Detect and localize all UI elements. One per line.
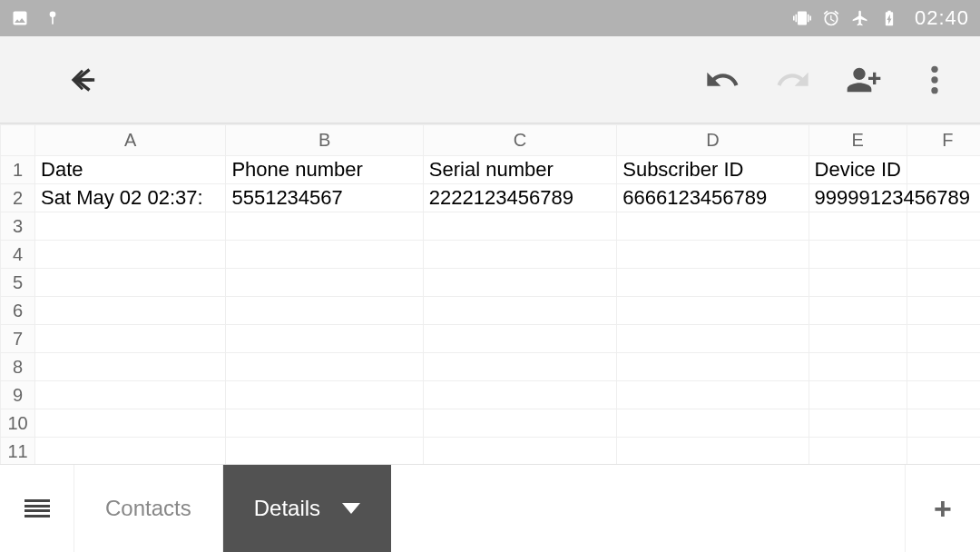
col-header-d[interactable]: D bbox=[617, 125, 808, 156]
svg-point-3 bbox=[931, 76, 937, 83]
cell[interactable] bbox=[35, 297, 226, 325]
col-header-f[interactable]: F bbox=[906, 125, 980, 156]
tab-details[interactable]: Details bbox=[223, 465, 391, 552]
back-arrow-icon[interactable] bbox=[62, 60, 102, 100]
cell[interactable] bbox=[617, 325, 808, 353]
cell[interactable] bbox=[808, 381, 906, 409]
sheet-tabs-bar: Contacts Details + bbox=[0, 464, 980, 552]
row-header-9[interactable]: 9 bbox=[1, 381, 35, 409]
cell[interactable] bbox=[906, 241, 980, 269]
cell[interactable] bbox=[808, 409, 906, 438]
row-header-6[interactable]: 6 bbox=[1, 297, 35, 325]
cell[interactable] bbox=[226, 381, 423, 409]
cell[interactable] bbox=[423, 353, 616, 381]
cell[interactable] bbox=[226, 241, 423, 269]
alarm-icon bbox=[822, 9, 840, 27]
cell-e1[interactable]: Device ID bbox=[808, 156, 906, 184]
cell-c1[interactable]: Serial number bbox=[423, 156, 616, 184]
row-header-7[interactable]: 7 bbox=[1, 325, 35, 353]
row-header-2[interactable]: 2 bbox=[1, 184, 35, 212]
cell[interactable] bbox=[35, 409, 226, 438]
cell-b1[interactable]: Phone number bbox=[226, 156, 423, 184]
cell-a2[interactable]: Sat May 02 02:37: bbox=[35, 184, 226, 212]
add-sheet-button[interactable]: + bbox=[906, 465, 980, 552]
row-header-11[interactable]: 11 bbox=[1, 438, 35, 465]
cell[interactable] bbox=[423, 381, 616, 409]
cell-f1[interactable] bbox=[906, 156, 980, 184]
airplane-mode-icon bbox=[851, 9, 869, 27]
cell[interactable] bbox=[35, 438, 226, 465]
cell[interactable] bbox=[423, 409, 616, 438]
cell[interactable] bbox=[808, 325, 906, 353]
plus-icon: + bbox=[934, 493, 952, 524]
col-header-c[interactable]: C bbox=[423, 125, 616, 156]
redo-button[interactable] bbox=[773, 60, 813, 100]
cell[interactable] bbox=[226, 325, 423, 353]
cell[interactable] bbox=[423, 212, 616, 241]
cell[interactable] bbox=[906, 297, 980, 325]
cell[interactable] bbox=[808, 269, 906, 297]
cell[interactable] bbox=[226, 438, 423, 465]
cell[interactable] bbox=[35, 269, 226, 297]
col-header-e[interactable]: E bbox=[808, 125, 906, 156]
sheets-menu-button[interactable] bbox=[0, 465, 74, 552]
cell[interactable] bbox=[423, 438, 616, 465]
cell[interactable] bbox=[617, 212, 808, 241]
cell-d1[interactable]: Subscriber ID bbox=[617, 156, 808, 184]
cell[interactable] bbox=[423, 269, 616, 297]
cell[interactable] bbox=[226, 353, 423, 381]
cell[interactable] bbox=[226, 297, 423, 325]
cell[interactable] bbox=[35, 241, 226, 269]
cell[interactable] bbox=[906, 212, 980, 241]
cell[interactable] bbox=[906, 269, 980, 297]
spreadsheet-grid[interactable]: A B C D E F 1 Date Phone number Serial n… bbox=[0, 123, 980, 464]
cell[interactable] bbox=[906, 353, 980, 381]
tab-contacts[interactable]: Contacts bbox=[74, 465, 223, 552]
cell-d2[interactable]: 6666123456789 bbox=[617, 184, 808, 212]
more-options-button[interactable] bbox=[915, 60, 955, 100]
cell[interactable] bbox=[226, 409, 423, 438]
row-header-5[interactable]: 5 bbox=[1, 269, 35, 297]
cell[interactable] bbox=[35, 212, 226, 241]
col-header-a[interactable]: A bbox=[35, 125, 226, 156]
cell[interactable] bbox=[906, 409, 980, 438]
cell[interactable] bbox=[423, 297, 616, 325]
row-header-1[interactable]: 1 bbox=[1, 156, 35, 184]
cell[interactable] bbox=[226, 212, 423, 241]
col-header-b[interactable]: B bbox=[226, 125, 423, 156]
cell-a1[interactable]: Date bbox=[35, 156, 226, 184]
cell[interactable] bbox=[617, 269, 808, 297]
cell[interactable] bbox=[617, 297, 808, 325]
cell[interactable] bbox=[617, 409, 808, 438]
svg-rect-1 bbox=[52, 16, 54, 24]
cell[interactable] bbox=[617, 353, 808, 381]
undo-button[interactable] bbox=[702, 60, 742, 100]
cell[interactable] bbox=[35, 325, 226, 353]
cell[interactable] bbox=[808, 297, 906, 325]
cell[interactable] bbox=[808, 353, 906, 381]
cell[interactable] bbox=[808, 212, 906, 241]
cell[interactable] bbox=[808, 241, 906, 269]
cell[interactable] bbox=[906, 325, 980, 353]
cell[interactable] bbox=[617, 381, 808, 409]
row-header-3[interactable]: 3 bbox=[1, 212, 35, 241]
cell-b2[interactable]: 5551234567 bbox=[226, 184, 423, 212]
row-header-4[interactable]: 4 bbox=[1, 241, 35, 269]
row-header-8[interactable]: 8 bbox=[1, 353, 35, 381]
cell[interactable] bbox=[906, 438, 980, 465]
cell[interactable] bbox=[617, 438, 808, 465]
picture-icon bbox=[11, 9, 29, 27]
cell[interactable] bbox=[35, 353, 226, 381]
add-person-button[interactable] bbox=[844, 60, 884, 100]
corner-cell[interactable] bbox=[1, 125, 35, 156]
cell[interactable] bbox=[423, 241, 616, 269]
cell[interactable] bbox=[617, 241, 808, 269]
cell[interactable] bbox=[906, 381, 980, 409]
cell[interactable] bbox=[808, 438, 906, 465]
cell-c2[interactable]: 2222123456789 bbox=[423, 184, 616, 212]
cell-e2[interactable]: 99999123456789 bbox=[808, 184, 906, 212]
row-header-10[interactable]: 10 bbox=[1, 409, 35, 438]
cell[interactable] bbox=[35, 381, 226, 409]
cell[interactable] bbox=[226, 269, 423, 297]
cell[interactable] bbox=[423, 325, 616, 353]
